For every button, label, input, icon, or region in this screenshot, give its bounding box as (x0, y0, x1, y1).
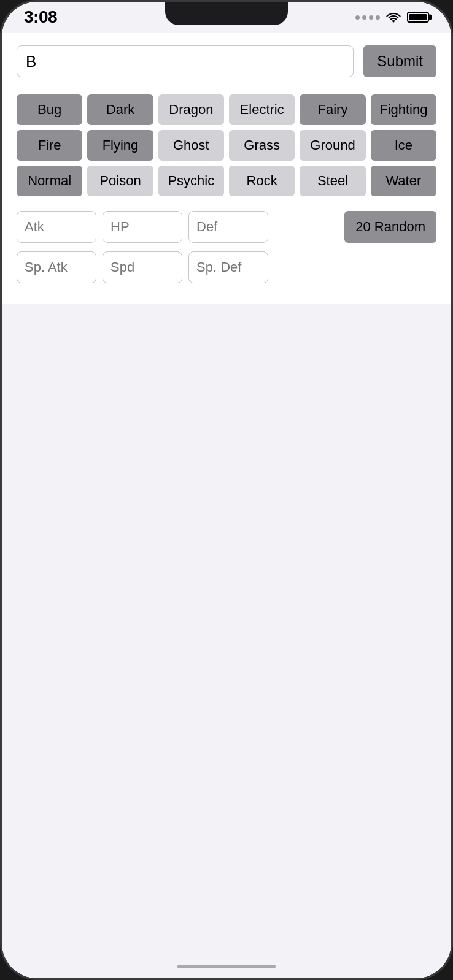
type-btn-flying[interactable]: Flying (87, 130, 153, 161)
status-icons (355, 12, 429, 23)
battery-icon (407, 12, 429, 23)
type-btn-electric[interactable]: Electric (229, 94, 295, 125)
signal-dot-2 (362, 15, 366, 20)
signal-dot-4 (376, 15, 380, 20)
type-grid: BugDarkDragonElectricFairyFightingFireFl… (17, 94, 436, 196)
stat-row-2 (17, 251, 436, 283)
signal-dot-3 (369, 15, 373, 20)
type-btn-steel[interactable]: Steel (300, 166, 365, 196)
signal-dot-1 (355, 15, 360, 20)
search-input[interactable] (17, 45, 354, 77)
type-btn-fire[interactable]: Fire (17, 130, 82, 161)
hp-input[interactable] (103, 211, 182, 243)
type-btn-ghost[interactable]: Ghost (158, 130, 224, 161)
type-btn-fighting[interactable]: Fighting (371, 94, 436, 125)
home-indicator (177, 965, 276, 968)
spd-input[interactable] (103, 251, 182, 283)
notch (165, 2, 288, 25)
def-input[interactable] (188, 211, 268, 243)
type-btn-rock[interactable]: Rock (229, 166, 295, 196)
search-row: Submit (17, 45, 436, 77)
signal-dots-icon (355, 15, 380, 20)
type-btn-bug[interactable]: Bug (17, 94, 82, 125)
stat-row-1: 20 Random (17, 211, 436, 243)
type-btn-dark[interactable]: Dark (87, 94, 153, 125)
app-content: Submit BugDarkDragonElectricFairyFightin… (2, 33, 451, 978)
type-btn-fairy[interactable]: Fairy (300, 94, 365, 125)
type-btn-ground[interactable]: Ground (300, 130, 365, 161)
wifi-icon (386, 12, 401, 23)
type-btn-psychic[interactable]: Psychic (158, 166, 224, 196)
random-button[interactable]: 20 Random (344, 211, 436, 243)
type-btn-normal[interactable]: Normal (17, 166, 82, 196)
type-btn-water[interactable]: Water (371, 166, 436, 196)
atk-input[interactable] (17, 211, 96, 243)
status-time: 3:08 (24, 7, 57, 27)
battery-fill (409, 14, 427, 20)
type-btn-grass[interactable]: Grass (229, 130, 295, 161)
spdef-input[interactable] (188, 251, 268, 283)
type-btn-dragon[interactable]: Dragon (158, 94, 224, 125)
type-btn-ice[interactable]: Ice (371, 130, 436, 161)
spatk-input[interactable] (17, 251, 96, 283)
phone-screen: 3:08 (2, 2, 451, 978)
type-btn-poison[interactable]: Poison (87, 166, 153, 196)
content-area: Submit BugDarkDragonElectricFairyFightin… (2, 33, 451, 304)
phone-frame: 3:08 (0, 0, 453, 980)
submit-button[interactable]: Submit (363, 45, 436, 77)
